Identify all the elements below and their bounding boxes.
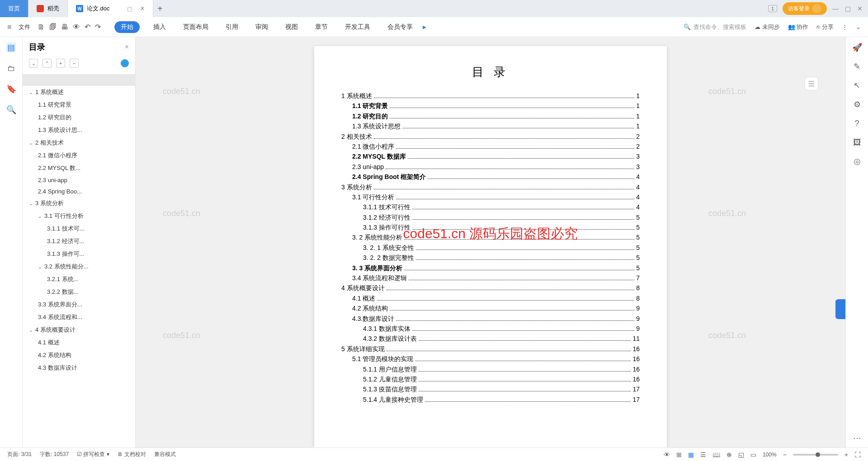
- more-tools-icon[interactable]: ⋯: [852, 433, 862, 443]
- outline-item[interactable]: ⌄3 系统分析: [23, 197, 135, 210]
- window-number-icon[interactable]: 1: [768, 5, 777, 12]
- view-web-icon[interactable]: ⊕: [726, 451, 732, 458]
- tab-home[interactable]: 首页: [0, 0, 28, 17]
- toc-entry[interactable]: 5.1.2 儿童信息管理16: [341, 374, 640, 384]
- ribbon-more-icon[interactable]: ▸: [423, 23, 426, 31]
- image-icon[interactable]: 🖼: [852, 137, 862, 147]
- saveas-icon[interactable]: 🗐: [49, 23, 57, 31]
- toc-entry[interactable]: 3.4 系统流程和逻辑7: [341, 273, 640, 283]
- tab-close-icon[interactable]: ×: [141, 5, 145, 13]
- pen-icon[interactable]: ✎: [852, 61, 862, 71]
- outline-close-icon[interactable]: ×: [125, 43, 129, 51]
- toc-entry[interactable]: 3.1.3 操作可行性5: [341, 222, 640, 232]
- ribbon-会员专享[interactable]: 会员专享: [384, 21, 416, 33]
- ruler-icon[interactable]: ⊞: [676, 451, 682, 458]
- chevron-down-icon[interactable]: ⌄: [29, 90, 33, 95]
- command-search[interactable]: 🔍查找命令、搜索模板: [684, 23, 746, 31]
- outline-item[interactable]: 1.2 研究目的: [23, 111, 135, 124]
- outline-item[interactable]: ⌄3.1 可行性分析: [23, 210, 135, 222]
- cursor-icon[interactable]: ↖: [852, 80, 862, 90]
- toc-entry[interactable]: 1.1 研究背景1: [341, 101, 640, 111]
- fullscreen-icon[interactable]: ⛶: [854, 451, 861, 458]
- spellcheck-button[interactable]: ☑ 拼写检查 ▾: [77, 451, 109, 458]
- chevron-down-icon[interactable]: ⌄: [38, 264, 42, 269]
- remove-heading-icon[interactable]: −: [70, 59, 79, 68]
- collapse-icon[interactable]: ⌄: [856, 24, 861, 30]
- ribbon-章节[interactable]: 章节: [311, 21, 331, 33]
- outline-item[interactable]: 3.3 系统界面分...: [23, 298, 135, 311]
- outline-icon[interactable]: ▤: [6, 42, 16, 52]
- outline-item[interactable]: 1.1 研究背景: [23, 99, 135, 111]
- toc-entry[interactable]: 3 系统分析4: [341, 182, 640, 192]
- toc-entry[interactable]: 3.1 可行性分析4: [341, 192, 640, 202]
- toc-entry[interactable]: 4.2 系统结构9: [341, 303, 640, 313]
- toc-entry[interactable]: 1.2 研究目的1: [341, 111, 640, 121]
- outline-item[interactable]: 3.1.2 经济可...: [23, 235, 135, 248]
- outline-item[interactable]: 3.2.1 系统...: [23, 273, 135, 286]
- fit-icon[interactable]: ▭: [750, 451, 756, 458]
- toc-entry[interactable]: 2.1 微信小程序2: [341, 141, 640, 151]
- ribbon-引用[interactable]: 引用: [222, 21, 242, 33]
- toc-entry[interactable]: 2 相关技术2: [341, 132, 640, 141]
- target-icon[interactable]: ◎: [852, 156, 862, 166]
- toc-entry[interactable]: 3. 3 系统界面分析5: [341, 263, 640, 273]
- guest-login-button[interactable]: 访客登录: [783, 2, 827, 15]
- chevron-down-icon[interactable]: ⌄: [29, 328, 33, 333]
- zoom-in-icon[interactable]: +: [844, 451, 848, 458]
- ribbon-视图[interactable]: 视图: [282, 21, 302, 33]
- help-icon[interactable]: ?: [852, 118, 862, 128]
- zoom-out-icon[interactable]: −: [783, 451, 787, 458]
- chevron-down-icon[interactable]: ⌄: [29, 201, 33, 206]
- toc-entry[interactable]: 4.3.数据库设计9: [341, 314, 640, 324]
- chevron-down-icon[interactable]: ⌄: [29, 141, 33, 146]
- minimize-icon[interactable]: —: [832, 5, 839, 12]
- outline-item[interactable]: ⌄2 相关技术: [23, 136, 135, 149]
- ribbon-开始[interactable]: 开始: [114, 21, 140, 33]
- view-read-icon[interactable]: 📖: [712, 451, 720, 458]
- toc-entry[interactable]: 5.1.3 疫苗信息管理17: [341, 384, 640, 394]
- redo-icon[interactable]: ↷: [95, 23, 101, 31]
- toc-entry[interactable]: 4.3.1 数据库实体9: [341, 324, 640, 334]
- bookmark-icon[interactable]: 🔖: [6, 84, 16, 94]
- toc-entry[interactable]: 2.2 MYSQL 数据库3: [341, 151, 640, 161]
- toc-entry[interactable]: 4 系统概要设计8: [341, 283, 640, 293]
- outline-item[interactable]: 4.3 数据库设计: [23, 362, 135, 374]
- toc-entry[interactable]: 5.1 管理员模块的实现16: [341, 354, 640, 364]
- toc-entry[interactable]: 1.3 系统设计思想1: [341, 121, 640, 131]
- outline-item[interactable]: [23, 74, 135, 86]
- ribbon-审阅[interactable]: 审阅: [252, 21, 272, 33]
- outline-item[interactable]: 4.1 概述: [23, 336, 135, 349]
- review-button[interactable]: 🗎 文档校对: [118, 451, 146, 458]
- view-page-icon[interactable]: ▦: [688, 451, 694, 458]
- eye-icon[interactable]: 👁: [664, 451, 670, 458]
- toc-entry[interactable]: 3.1.2 经济可行性5: [341, 212, 640, 222]
- outline-item[interactable]: 4.2 系统结构: [23, 349, 135, 362]
- new-tab-button[interactable]: +: [153, 0, 167, 17]
- sync-button[interactable]: ☁ 未同步: [755, 23, 780, 31]
- settings-icon[interactable]: ⚙: [852, 99, 862, 109]
- outline-item[interactable]: 3.1.1 技术可...: [23, 222, 135, 235]
- toc-entry[interactable]: 4.3.2 数据库设计表11: [341, 334, 640, 343]
- add-heading-icon[interactable]: +: [56, 59, 65, 68]
- sync-dot-icon[interactable]: [121, 59, 129, 67]
- share-button[interactable]: ⎋ 分享: [816, 23, 834, 31]
- outline-item[interactable]: 2.2 MYSQL 数...: [23, 162, 135, 174]
- collapse-all-icon[interactable]: ⌄: [29, 59, 38, 68]
- side-handle[interactable]: [835, 299, 845, 319]
- ribbon-页面布局[interactable]: 页面布局: [179, 21, 212, 33]
- ribbon-插入[interactable]: 插入: [150, 21, 170, 33]
- toc-entry[interactable]: 2.3 uni-app3: [341, 162, 640, 172]
- folder-icon[interactable]: 🗀: [6, 63, 16, 73]
- rocket-icon[interactable]: 🚀: [852, 42, 862, 52]
- outline-item[interactable]: 2.1 微信小程序: [23, 149, 135, 162]
- file-menu[interactable]: 文件: [16, 21, 33, 33]
- toc-entry[interactable]: 1 系统概述1: [341, 91, 640, 101]
- zoom-value[interactable]: 100%: [763, 452, 777, 458]
- word-count[interactable]: 字数: 10537: [40, 451, 69, 458]
- outline-item[interactable]: 1.3 系统设计思...: [23, 124, 135, 136]
- outline-item[interactable]: ⌄3.2 系统性能分...: [23, 260, 135, 273]
- collapse-panel-icon[interactable]: ☰: [805, 77, 818, 90]
- save-icon[interactable]: 🗎: [38, 23, 45, 31]
- more-icon[interactable]: ⋮: [842, 24, 848, 30]
- zoom-thumb[interactable]: [816, 452, 820, 457]
